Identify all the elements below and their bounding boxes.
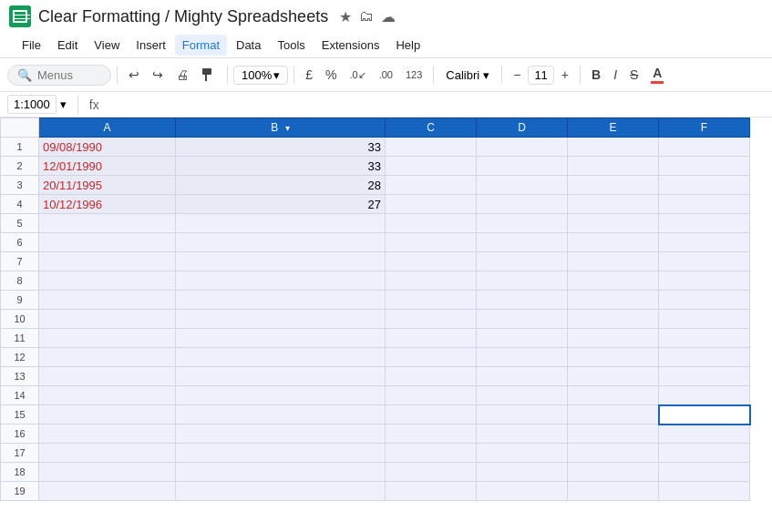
cell-a18[interactable]	[39, 463, 176, 482]
cell-b4[interactable]: 27	[176, 195, 386, 214]
formula-input[interactable]	[107, 96, 765, 113]
cell-f18[interactable]	[659, 463, 750, 482]
cell-a13[interactable]	[39, 367, 176, 386]
cell-d8[interactable]	[477, 271, 568, 291]
cell-a14[interactable]	[39, 386, 176, 405]
cell-d11[interactable]	[477, 329, 568, 348]
cell-d13[interactable]	[477, 367, 568, 386]
cell-e13[interactable]	[568, 367, 659, 386]
cell-ref-dropdown-icon[interactable]: ▾	[60, 97, 67, 111]
cell-c5[interactable]	[386, 214, 477, 233]
col-header-b[interactable]: B ▾	[176, 118, 386, 138]
cell-e15[interactable]	[568, 405, 659, 425]
cell-d1[interactable]	[477, 138, 568, 157]
cell-c7[interactable]	[386, 252, 477, 271]
cell-a12[interactable]	[39, 348, 176, 367]
menu-edit[interactable]: Edit	[50, 35, 85, 56]
cell-e18[interactable]	[568, 463, 659, 482]
cell-e11[interactable]	[568, 329, 659, 348]
cell-d2[interactable]	[477, 157, 568, 176]
cell-f9[interactable]	[659, 291, 750, 310]
cell-e1[interactable]	[568, 138, 659, 157]
cell-c11[interactable]	[386, 329, 477, 348]
cell-e4[interactable]	[568, 195, 659, 214]
filter-icon[interactable]: ▾	[285, 123, 290, 133]
search-box[interactable]: 🔍	[7, 65, 111, 86]
cell-b12[interactable]	[176, 348, 386, 367]
cell-b3[interactable]: 28	[176, 176, 386, 195]
cell-f2[interactable]	[659, 157, 750, 176]
cell-e17[interactable]	[568, 444, 659, 463]
cell-f13[interactable]	[659, 367, 750, 386]
cell-b15[interactable]	[176, 405, 386, 425]
cell-f7[interactable]	[659, 252, 750, 271]
cell-f19[interactable]	[659, 482, 750, 501]
cell-c18[interactable]	[386, 463, 477, 482]
font-size-increase-button[interactable]: +	[556, 64, 574, 86]
cell-a17[interactable]	[39, 444, 176, 463]
cell-d10[interactable]	[477, 310, 568, 329]
cell-f3[interactable]	[659, 176, 750, 195]
cell-f6[interactable]	[659, 233, 750, 252]
decimal-increase-button[interactable]: .00	[374, 66, 398, 84]
menu-file[interactable]: File	[15, 35, 48, 56]
cell-a10[interactable]	[39, 310, 176, 329]
col-header-a[interactable]: A	[39, 118, 176, 138]
bold-button[interactable]: B	[586, 64, 606, 86]
cell-a2[interactable]: 12/01/1990	[39, 157, 176, 176]
cell-e14[interactable]	[568, 386, 659, 405]
col-header-d[interactable]: D	[477, 118, 568, 138]
cell-c17[interactable]	[386, 444, 477, 463]
menu-format[interactable]: Format	[175, 35, 227, 56]
cell-a5[interactable]	[39, 214, 176, 233]
cell-f1[interactable]	[659, 138, 750, 157]
cell-d9[interactable]	[477, 291, 568, 310]
cell-f12[interactable]	[659, 348, 750, 367]
cell-c10[interactable]	[386, 310, 477, 329]
menu-extensions[interactable]: Extensions	[314, 35, 387, 56]
cell-d15[interactable]	[477, 405, 568, 425]
cell-f4[interactable]	[659, 195, 750, 214]
cell-a19[interactable]	[39, 482, 176, 501]
cell-d12[interactable]	[477, 348, 568, 367]
cell-a11[interactable]	[39, 329, 176, 348]
italic-button[interactable]: I	[608, 64, 623, 86]
cell-c8[interactable]	[386, 271, 477, 291]
cell-b10[interactable]	[176, 310, 386, 329]
cell-a7[interactable]	[39, 252, 176, 271]
cell-f5[interactable]	[659, 214, 750, 233]
cell-a3[interactable]: 20/11/1995	[39, 176, 176, 195]
cell-e6[interactable]	[568, 233, 659, 252]
cell-b18[interactable]	[176, 463, 386, 482]
cell-a15[interactable]	[39, 405, 176, 425]
print-button[interactable]: 🖨	[170, 64, 194, 86]
percent-button[interactable]: %	[320, 64, 342, 86]
font-size-decrease-button[interactable]: −	[508, 64, 526, 86]
cell-b16[interactable]	[176, 425, 386, 444]
cell-f10[interactable]	[659, 310, 750, 329]
cell-d5[interactable]	[477, 214, 568, 233]
cell-e9[interactable]	[568, 291, 659, 310]
cloud-icon[interactable]: ☁	[381, 8, 396, 26]
cell-ref-value[interactable]: 1:1000	[7, 95, 57, 114]
menu-data[interactable]: Data	[229, 35, 268, 56]
cell-e19[interactable]	[568, 482, 659, 501]
zoom-control[interactable]: 100% ▾	[233, 66, 288, 85]
menu-view[interactable]: View	[87, 35, 127, 56]
cell-c12[interactable]	[386, 348, 477, 367]
font-color-button[interactable]: A	[645, 62, 669, 87]
cell-b11[interactable]	[176, 329, 386, 348]
cell-e5[interactable]	[568, 214, 659, 233]
cell-f15[interactable]	[659, 405, 750, 425]
cell-a16[interactable]	[39, 425, 176, 444]
cell-d14[interactable]	[477, 386, 568, 405]
cell-c13[interactable]	[386, 367, 477, 386]
cell-c4[interactable]	[386, 195, 477, 214]
format-123-button[interactable]: 123	[400, 66, 427, 84]
font-selector[interactable]: Calibri ▾	[439, 66, 496, 85]
cell-f14[interactable]	[659, 386, 750, 405]
cell-b7[interactable]	[176, 252, 386, 271]
cell-a4[interactable]: 10/12/1996	[39, 195, 176, 214]
cell-b14[interactable]	[176, 386, 386, 405]
cell-e16[interactable]	[568, 425, 659, 444]
